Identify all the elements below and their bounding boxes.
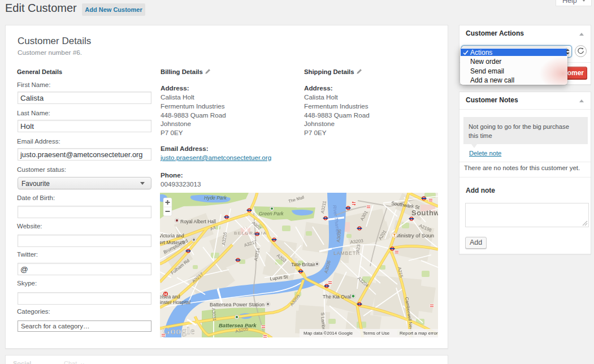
- svg-text:Tate Britain: Tate Britain: [291, 262, 316, 267]
- svg-text:Report a map error: Report a map error: [400, 331, 438, 336]
- svg-text:Southwark: Southwark: [411, 209, 438, 217]
- svg-text:Battersea Power Station: Battersea Power Station: [210, 302, 265, 307]
- svg-text:Hyde Park: Hyde Park: [204, 195, 227, 201]
- svg-text:Map data ©2014 Google: Map data ©2014 Google: [303, 331, 353, 336]
- svg-text:Royal Albert Hall: Royal Albert Hall: [180, 219, 216, 224]
- svg-text:H: H: [164, 292, 167, 296]
- svg-text:BELGRAVIA: BELGRAVIA: [234, 231, 267, 236]
- svg-text:Ministry of Soun: Ministry of Soun: [396, 232, 434, 239]
- svg-text:minster Hospital: minster Hospital: [160, 300, 190, 305]
- svg-text:Terms of Use: Terms of Use: [363, 331, 390, 336]
- svg-text:Battersea Park: Battersea Park: [219, 322, 257, 328]
- svg-text:The Kia Oval: The Kia Oval: [323, 294, 351, 300]
- svg-text:Victoria and: Victoria and: [160, 233, 184, 239]
- svg-text:Google: Google: [163, 325, 196, 336]
- svg-text:Chelsea and: Chelsea and: [160, 294, 180, 300]
- svg-text:Green Park: Green Park: [259, 211, 284, 216]
